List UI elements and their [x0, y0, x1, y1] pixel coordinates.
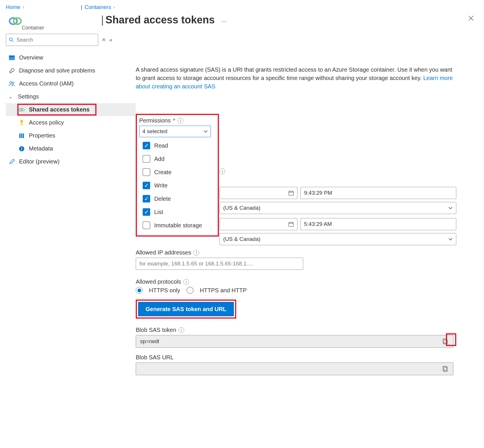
sidebar-item-label: Overview	[19, 54, 43, 61]
sidebar-item-overview[interactable]: Overview	[6, 51, 136, 64]
perm-option-read[interactable]: ✓ Read	[139, 139, 212, 152]
description-body: A shared access signature (SAS) is a URI…	[136, 66, 452, 81]
generate-button-highlight: Generate SAS token and URL	[136, 300, 236, 319]
more-actions-button[interactable]: …	[221, 17, 228, 23]
overview-icon	[9, 55, 15, 60]
info-icon[interactable]: i	[193, 250, 199, 256]
timezone-text: (US & Canada)	[223, 236, 260, 242]
permissions-select[interactable]: 4 selected	[139, 126, 211, 137]
checkbox-icon[interactable]	[143, 222, 150, 229]
permissions-dropdown: ✓ Read Add Create ✓ Write ✓ Delete	[139, 137, 212, 234]
svg-rect-12	[21, 124, 23, 125]
info-icon[interactable]: i	[178, 327, 184, 333]
people-icon	[9, 81, 15, 86]
permissions-label: Permissions	[139, 117, 171, 124]
description-text: A shared access signature (SAS) is a URI…	[136, 66, 456, 91]
checkbox-checked-icon[interactable]: ✓	[143, 208, 150, 216]
sas-url-label: Blob SAS URL	[136, 354, 174, 361]
expiry-timezone-select[interactable]: (US & Canada)	[219, 233, 456, 245]
sidebar-item-shared-access-tokens[interactable]: Shared access tokens	[6, 103, 136, 116]
allowed-ip-label: Allowed IP addresses	[136, 249, 191, 256]
chevron-down-icon	[448, 207, 453, 209]
checkbox-checked-icon[interactable]: ✓	[143, 142, 150, 149]
svg-rect-29	[444, 367, 447, 371]
sidebar-item-label: Diagnose and solve problems	[19, 67, 95, 74]
allowed-ip-placeholder: for example, 168.1.5.65 or 168.1.5.65-16…	[139, 261, 253, 267]
generate-sas-button[interactable]: Generate SAS token and URL	[138, 302, 234, 316]
expiry-time-input[interactable]: 5:43:29 AM	[300, 218, 456, 230]
checkbox-checked-icon[interactable]: ✓	[143, 195, 150, 202]
info-icon[interactable]: i	[178, 118, 183, 124]
properties-icon	[18, 133, 25, 138]
copy-highlight	[446, 333, 456, 346]
sidebar-item-label: Properties	[29, 132, 55, 139]
chevron-down-icon	[204, 130, 208, 133]
key-icon	[18, 120, 25, 126]
pencil-icon	[9, 159, 15, 165]
perm-option-create[interactable]: Create	[139, 166, 212, 179]
svg-line-3	[12, 41, 14, 42]
sidebar-item-iam[interactable]: Access Control (IAM)	[6, 77, 136, 90]
calendar-icon	[288, 222, 294, 227]
svg-rect-5	[9, 55, 15, 57]
sas-url-output[interactable]	[136, 363, 453, 375]
svg-rect-19	[289, 191, 293, 195]
start-timezone-select[interactable]: (US & Canada)	[219, 202, 456, 214]
start-time-input[interactable]: 9:43:29 PM	[300, 187, 456, 199]
perm-option-label: Add	[154, 156, 165, 162]
wrench-icon	[9, 68, 15, 74]
breadcrumb-pipe: |	[81, 4, 82, 10]
radio-https-only[interactable]	[136, 287, 143, 294]
expiry-date-input[interactable]	[219, 218, 297, 230]
svg-rect-13	[19, 133, 21, 138]
sas-token-output[interactable]: sp=rwdl	[136, 335, 453, 348]
breadcrumb: Home › | Containers ›	[0, 0, 484, 12]
sidebar-item-diagnose[interactable]: Diagnose and solve problems	[6, 64, 136, 77]
perm-option-label: Read	[154, 142, 168, 149]
breadcrumb-containers[interactable]: Containers	[85, 4, 111, 10]
radio-https-and-http[interactable]	[187, 287, 193, 294]
copy-icon[interactable]	[442, 365, 449, 373]
svg-point-2	[10, 38, 12, 41]
checkbox-checked-icon[interactable]: ✓	[143, 182, 150, 189]
chevron-down-icon: ⌄	[9, 94, 14, 99]
search-field[interactable]	[16, 37, 95, 43]
close-button[interactable]	[464, 12, 478, 24]
perm-option-list[interactable]: ✓ List	[139, 205, 212, 219]
svg-rect-14	[21, 133, 22, 138]
chevron-right-icon: ›	[113, 5, 115, 10]
perm-option-immutable[interactable]: Immutable storage	[139, 219, 212, 232]
perm-option-label: Write	[154, 182, 167, 189]
start-date-input[interactable]	[219, 187, 297, 199]
sidebar-item-metadata[interactable]: Metadata	[6, 142, 136, 155]
info-icon[interactable]: i	[219, 168, 225, 174]
perm-option-delete[interactable]: ✓ Delete	[139, 192, 212, 205]
checkbox-icon[interactable]	[143, 168, 150, 176]
required-star-icon: *	[173, 117, 175, 124]
perm-option-write[interactable]: ✓ Write	[139, 179, 212, 192]
svg-rect-15	[23, 133, 24, 138]
perm-option-add[interactable]: Add	[139, 152, 212, 166]
svg-rect-18	[21, 147, 22, 148]
sidebar-item-label: Metadata	[29, 145, 53, 152]
perm-option-label: List	[154, 209, 163, 215]
sidebar-item-label: Shared access tokens	[29, 106, 90, 113]
svg-rect-17	[21, 148, 22, 150]
sidebar-item-editor[interactable]: Editor (preview)	[6, 155, 136, 168]
breadcrumb-home[interactable]: Home	[6, 4, 21, 10]
svg-point-9	[21, 108, 24, 111]
allowed-ip-input[interactable]: for example, 168.1.5.65 or 168.1.5.65-16…	[136, 258, 303, 270]
sidebar-item-properties[interactable]: Properties	[6, 129, 136, 142]
sas-token-value: sp=rwdl	[140, 338, 159, 345]
checkbox-icon[interactable]	[143, 155, 150, 163]
search-input[interactable]	[6, 34, 98, 46]
clear-search-icon[interactable]: ✕	[102, 37, 106, 43]
chevron-down-icon	[448, 238, 453, 241]
sidebar-item-access-policy[interactable]: Access policy	[6, 116, 136, 129]
info-icon[interactable]: i	[183, 279, 189, 285]
title-pipe: |	[101, 14, 104, 26]
calendar-icon	[288, 190, 294, 196]
sidebar-item-settings[interactable]: ⌄ Settings	[6, 90, 136, 103]
sidebar-item-label: Settings	[18, 93, 39, 100]
collapse-sidebar-icon[interactable]: «	[109, 37, 112, 43]
